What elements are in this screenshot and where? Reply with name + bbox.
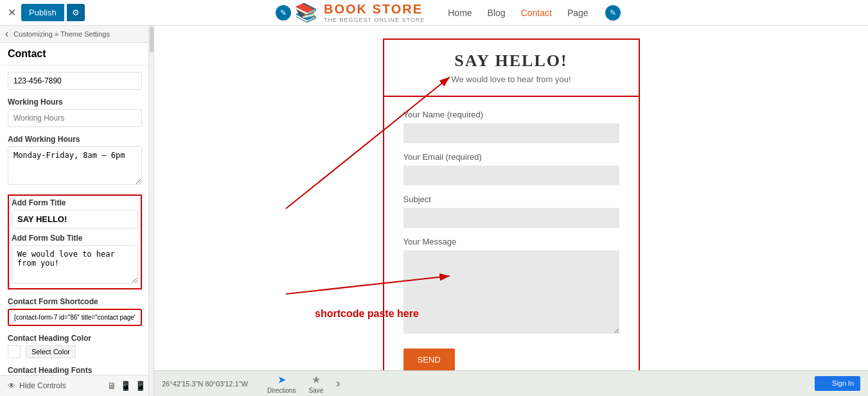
name-label: Your Name (required) bbox=[403, 110, 619, 119]
working-hours-label: Working Hours bbox=[8, 98, 142, 107]
settings-button[interactable]: ⚙ bbox=[67, 4, 85, 21]
map-coords: 26°42'15.3"N 80°03'12.1"W bbox=[162, 380, 248, 388]
email-input[interactable] bbox=[403, 166, 619, 185]
email-label: Your Email (required) bbox=[403, 152, 619, 162]
save-icon: ★ bbox=[312, 374, 321, 386]
edit-left-icon[interactable]: ✎ bbox=[276, 5, 291, 21]
publish-button[interactable]: Publish bbox=[21, 4, 64, 21]
save-button[interactable]: ★ Save bbox=[308, 374, 323, 394]
working-hours-input[interactable] bbox=[8, 109, 142, 127]
shortcode-label: Contact Form Shortcode bbox=[8, 297, 142, 306]
contact-title: SAY HELLO! bbox=[403, 51, 619, 71]
form-title-label: Add Form Title bbox=[12, 198, 138, 207]
heading-color-swatch[interactable] bbox=[8, 345, 21, 358]
shortcode-input[interactable] bbox=[8, 309, 142, 326]
nav-page[interactable]: Page bbox=[567, 8, 589, 18]
subject-input[interactable] bbox=[403, 208, 619, 228]
heading-color-button[interactable]: Select Color bbox=[26, 345, 76, 358]
desktop-icon[interactable]: 🖥 bbox=[107, 381, 116, 391]
nav-home[interactable]: Home bbox=[448, 8, 472, 18]
nav-contact[interactable]: Contact bbox=[521, 8, 552, 18]
form-subtitle-textarea[interactable]: We would love to hear from you! bbox=[12, 245, 138, 284]
contact-subtitle: We would love to hear from you! bbox=[403, 74, 619, 84]
add-working-hours-label: Add Working Hours bbox=[8, 135, 142, 144]
tablet-icon[interactable]: 📱 bbox=[120, 381, 131, 391]
subject-label: Subject bbox=[403, 194, 619, 204]
panel-back-button[interactable]: ‹ bbox=[5, 28, 8, 40]
heading-color-label: Contact Heading Color bbox=[8, 334, 142, 343]
phone-input[interactable] bbox=[8, 72, 142, 90]
add-working-hours-textarea[interactable]: Monday-Friday, 8am – 6pm bbox=[8, 146, 142, 185]
panel-title: Contact bbox=[0, 43, 154, 65]
close-button[interactable]: ✕ bbox=[5, 4, 19, 21]
site-subtitle: THE BEGGEST ONLINE STORE bbox=[324, 17, 425, 23]
form-subtitle-label: Add Form Sub Title bbox=[12, 234, 138, 243]
send-button[interactable]: SEND bbox=[403, 349, 455, 370]
panel-breadcrumb: Customizing » Theme Settings bbox=[13, 30, 110, 38]
sign-in-button[interactable]: 👤 Sign In bbox=[815, 376, 860, 391]
sign-in-icon: 👤 bbox=[821, 379, 830, 387]
form-title-input[interactable] bbox=[12, 210, 138, 228]
message-label: Your Message bbox=[403, 237, 619, 246]
message-textarea[interactable] bbox=[403, 250, 619, 334]
edit-right-icon[interactable]: ✎ bbox=[605, 5, 621, 21]
heading-fonts-label: Contact Heading Fonts bbox=[8, 366, 142, 375]
name-input[interactable] bbox=[403, 123, 619, 143]
more-icon[interactable]: › bbox=[336, 377, 340, 390]
eye-icon: 👁 bbox=[8, 381, 15, 390]
hide-controls-toggle[interactable]: 👁 Hide Controls bbox=[8, 381, 66, 390]
directions-button[interactable]: ➤ Directions bbox=[267, 374, 296, 394]
logo-icon: 📚 bbox=[295, 2, 317, 23]
directions-icon: ➤ bbox=[278, 374, 286, 386]
mobile-icon[interactable]: 📱 bbox=[135, 381, 146, 391]
top-nav: Home Blog Contact Page bbox=[448, 8, 588, 18]
site-title: BOOK STORE bbox=[324, 2, 425, 17]
nav-blog[interactable]: Blog bbox=[488, 8, 506, 18]
